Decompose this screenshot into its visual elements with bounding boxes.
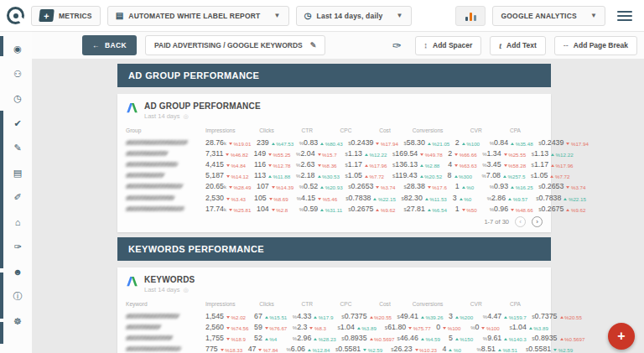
menu-icon[interactable] xyxy=(617,11,632,21)
arrow-up-icon xyxy=(550,175,553,178)
metric-cell: $0.8935%0.5697 xyxy=(341,334,397,342)
add-spacer-button[interactable]: ↨ Add Spacer xyxy=(415,36,482,55)
metric-cell: %0.96%48.66 xyxy=(490,205,538,213)
arrow-up-icon xyxy=(511,186,514,189)
design-icon[interactable]: ✑ xyxy=(3,235,32,260)
pagination-prev-button[interactable]: ‹ xyxy=(515,216,526,227)
change-indicator: %17.9 xyxy=(314,314,341,320)
arrow-down-icon xyxy=(268,164,272,167)
breadcrumb[interactable]: PAID ADVERTISING / GOOGLE KEYWORDS ✎ xyxy=(145,35,325,55)
metric-cell: $61.80%75.77 xyxy=(385,323,436,331)
arrow-up-icon xyxy=(449,349,452,351)
metric-cell: %2.96%28.23 xyxy=(293,334,341,342)
change-indicator: %2.59 xyxy=(553,347,581,353)
ad-group-performance-widget[interactable]: AD GROUP PERFORMANCE Last 14 days ◎ Grou… xyxy=(117,94,551,232)
keywords-performance-widget[interactable]: KEYWORDS Last 14 days ◎ KeywordImpressio… xyxy=(117,267,551,353)
arrow-down-icon xyxy=(272,186,275,189)
arrow-up-icon xyxy=(508,198,512,200)
change-indicator: %63.63 xyxy=(454,163,482,169)
add-page-break-button[interactable]: -- Add Page Break xyxy=(554,36,637,55)
metric-cell: $0.2675%9.62 xyxy=(538,205,594,213)
change-indicator: %19.01 xyxy=(229,141,257,147)
change-indicator: %17.6 xyxy=(428,184,455,190)
metric-cell: %4.47%159.7 xyxy=(483,312,532,320)
metric-cell: $0.2439%17.94 xyxy=(538,138,594,147)
metric-cell: 4%0 xyxy=(443,345,477,353)
change-indicator: %58.28 xyxy=(504,163,532,169)
report-icon[interactable]: ▤ xyxy=(3,161,32,186)
change-indicator: %47.53 xyxy=(272,141,299,147)
change-indicator: %2.8 xyxy=(272,207,299,213)
info-icon[interactable]: ⓘ xyxy=(3,284,32,309)
arrow-down-icon xyxy=(504,153,507,156)
settings-icon[interactable]: ☸ xyxy=(3,309,32,335)
column-header: Impressions xyxy=(205,127,257,133)
page-break-icon: -- xyxy=(564,41,569,49)
change-indicator: %74.56 xyxy=(226,325,254,331)
change-indicator: %25.81 xyxy=(229,207,257,213)
column-header: Keyword xyxy=(126,301,205,307)
back-label: BACK xyxy=(105,41,127,49)
arrow-up-icon xyxy=(462,143,465,145)
theme-brush-button[interactable]: ✑ xyxy=(387,39,407,52)
team-icon[interactable]: ⚇ xyxy=(3,62,32,87)
section-header-keywords[interactable]: KEYWORDS PERFORMANCE xyxy=(117,237,551,261)
metric-cell: $1.13%12.22 xyxy=(532,149,579,158)
annotate-icon[interactable]: ✐ xyxy=(3,185,32,210)
change-indicator: %6.54 xyxy=(428,207,455,213)
section-header-ad-groups[interactable]: AD GROUP PERFORMANCE xyxy=(117,64,551,87)
metric-cell: $46.46%4.59 xyxy=(397,334,449,342)
metric-cell: $82.30%11.53 xyxy=(401,194,452,202)
change-indicator: %55.25 xyxy=(268,152,296,158)
arrow-up-icon xyxy=(268,175,272,178)
change-indicator: %39.26 xyxy=(421,314,449,320)
change-indicator: %28.23 xyxy=(314,336,341,342)
metric-cell: $119.43%20.52 xyxy=(392,171,448,179)
metric-cell: $58.30%21.05 xyxy=(403,138,454,147)
metric-cell: $0.5581%2.59 xyxy=(526,345,581,353)
arrow-down-icon xyxy=(265,327,268,330)
integration-icon-button[interactable] xyxy=(455,6,486,26)
date-range-selector[interactable]: ◷ Last 14 days, daily ▼ xyxy=(296,6,412,26)
column-header: Clicks xyxy=(257,301,296,307)
bar-chart-icon xyxy=(474,15,476,21)
history-icon[interactable]: ◷ xyxy=(3,86,32,112)
pagination-next-button[interactable]: › xyxy=(532,216,543,227)
arrow-down-icon xyxy=(226,198,230,200)
tasks-icon[interactable]: ✔ xyxy=(3,112,32,137)
add-fab-button[interactable]: + xyxy=(608,323,635,350)
metric-cell: $0.7375%20.55 xyxy=(532,312,587,320)
add-text-label: Add Text xyxy=(506,41,537,49)
change-indicator: %150 xyxy=(455,336,483,342)
add-metrics-button[interactable]: + METRICS xyxy=(31,6,101,26)
web-icon[interactable]: ◉ xyxy=(3,37,32,62)
app-logo[interactable] xyxy=(7,7,24,24)
add-text-button[interactable]: t Add Text xyxy=(490,36,546,55)
edit-icon[interactable]: ✎ xyxy=(3,136,32,161)
change-indicator: %12.22 xyxy=(365,152,392,158)
change-indicator: %17.94 xyxy=(376,141,403,147)
metric-cell: $1.04%3.89 xyxy=(509,323,556,331)
arrow-down-icon xyxy=(318,153,321,156)
column-header: CPC xyxy=(335,301,373,307)
arrow-up-icon xyxy=(454,175,458,178)
arrow-up-icon xyxy=(428,143,431,145)
change-indicator: %100 xyxy=(443,325,470,331)
back-button[interactable]: ← BACK xyxy=(82,35,137,55)
metric-cell: 116%12.78 xyxy=(254,160,296,169)
arrow-up-icon xyxy=(265,316,268,319)
arrow-down-icon xyxy=(272,209,275,211)
metric-cell: 8%300 xyxy=(448,171,482,179)
agency-icon[interactable]: ⌂ xyxy=(3,210,32,236)
integration-selector[interactable]: GOOGLE ANALYTICS ▼ xyxy=(492,6,605,26)
arrow-down-icon xyxy=(221,349,224,351)
metric-cell: %0%100 xyxy=(470,323,509,331)
google-ads-icon xyxy=(126,102,138,113)
metric-cell: %0.84%35.48 xyxy=(490,138,538,147)
profile-icon[interactable]: ☻ xyxy=(3,260,32,285)
metric-cell: 0%100 xyxy=(436,323,470,331)
metric-cell: %2.18%30.53 xyxy=(296,171,345,179)
metric-cell: $0.2675%9.62 xyxy=(348,205,403,213)
report-selector[interactable]: ▤ AUTOMATED WHITE LABEL REPORT ▼ xyxy=(107,6,289,26)
column-header: CVR xyxy=(465,301,503,307)
